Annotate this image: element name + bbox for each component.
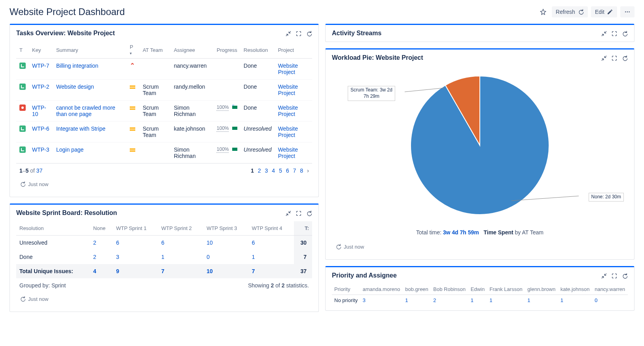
sprint-cell-link[interactable]: 9 bbox=[116, 268, 119, 274]
refresh-small-icon[interactable] bbox=[19, 296, 26, 302]
priority-col[interactable]: Priority bbox=[332, 284, 360, 295]
refresh-small-icon[interactable] bbox=[19, 181, 26, 187]
sprint-col[interactable]: None bbox=[90, 221, 113, 236]
priority-cell-link[interactable]: 0 bbox=[595, 297, 597, 303]
maximize-icon[interactable] bbox=[295, 210, 302, 217]
sprint-col[interactable]: WTP Sprint 4 bbox=[248, 221, 294, 236]
project-link[interactable]: Website Project bbox=[278, 125, 298, 138]
priority-row-label: No priority bbox=[332, 295, 360, 306]
project-link[interactable]: Website Project bbox=[278, 63, 298, 75]
edit-button[interactable]: Edit bbox=[591, 6, 617, 17]
priority-col[interactable]: Frank Larsson bbox=[487, 284, 525, 295]
issue-summary-link[interactable]: Billing integration bbox=[56, 63, 98, 69]
page-number[interactable]: 6 bbox=[286, 167, 289, 174]
refresh-gadget-icon[interactable] bbox=[621, 30, 628, 37]
progress-cell: 100% bbox=[214, 101, 241, 122]
priority-assignee-gadget: Priority and Assignee Priorityamanda.mor… bbox=[325, 266, 635, 311]
page-number[interactable]: 2 bbox=[258, 167, 261, 174]
priority-cell-link[interactable]: 1 bbox=[490, 297, 492, 303]
sprint-col[interactable]: WTP Sprint 2 bbox=[158, 221, 203, 236]
refresh-gadget-icon[interactable] bbox=[306, 210, 312, 217]
page-number[interactable]: 7 bbox=[293, 167, 296, 174]
col-summary[interactable]: Summary bbox=[53, 42, 127, 59]
sprint-cell-link[interactable]: 10 bbox=[206, 240, 213, 246]
maximize-icon[interactable] bbox=[611, 55, 617, 61]
sprint-cell-link[interactable]: 1 bbox=[161, 254, 165, 260]
refresh-small-icon[interactable] bbox=[335, 243, 341, 250]
sprint-cell-link[interactable]: 1 bbox=[252, 254, 255, 260]
star-button[interactable] bbox=[538, 6, 549, 17]
project-link[interactable]: Website Project bbox=[278, 146, 298, 159]
page-number[interactable]: 3 bbox=[265, 167, 268, 174]
col-assignee[interactable]: Assignee bbox=[170, 42, 213, 59]
issue-summary-link[interactable]: Integrate with Stripe bbox=[56, 125, 106, 132]
refresh-gadget-icon[interactable] bbox=[621, 272, 628, 279]
col-progress[interactable]: Progress bbox=[214, 42, 241, 59]
minimize-icon[interactable] bbox=[601, 55, 607, 61]
priority-cell-link[interactable]: 1 bbox=[405, 297, 408, 303]
sprint-col[interactable]: Resolution bbox=[16, 221, 90, 236]
project-link[interactable]: Website Project bbox=[278, 84, 298, 96]
page-number[interactable]: 4 bbox=[272, 167, 275, 174]
col-project[interactable]: Project bbox=[275, 42, 312, 59]
col-priority[interactable]: P ▾ bbox=[127, 42, 140, 59]
more-button[interactable] bbox=[620, 6, 635, 17]
issue-key-link[interactable]: WTP-7 bbox=[32, 63, 49, 69]
pie-chart: Scrum Team: 3w 2d 7h 29m None: 2d 30m bbox=[332, 66, 628, 224]
priority-cell-link[interactable]: 3 bbox=[363, 297, 366, 303]
issue-key-link[interactable]: WTP-2 bbox=[32, 84, 49, 90]
sprint-cell-link[interactable]: 3 bbox=[116, 254, 119, 260]
page-number[interactable]: 5 bbox=[279, 167, 282, 174]
page-number[interactable]: 1 bbox=[251, 167, 254, 174]
priority-cell-link[interactable]: 2 bbox=[433, 297, 436, 303]
sprint-col[interactable]: T: bbox=[294, 221, 312, 236]
minimize-icon[interactable] bbox=[285, 210, 292, 217]
sprint-cell-link[interactable]: 2 bbox=[93, 254, 97, 260]
priority-col[interactable]: Bob Robinson bbox=[431, 284, 468, 295]
sprint-cell-link[interactable]: 0 bbox=[206, 254, 210, 260]
priority-cell-link[interactable]: 1 bbox=[561, 297, 563, 303]
sprint-cell-link[interactable]: 7 bbox=[252, 268, 255, 274]
issue-summary-link[interactable]: Website design bbox=[56, 84, 94, 90]
sprint-cell-link[interactable]: 10 bbox=[206, 268, 213, 274]
project-link[interactable]: Website Project bbox=[278, 105, 298, 117]
col-type[interactable]: T bbox=[16, 42, 29, 59]
sprint-cell-link[interactable]: 6 bbox=[116, 240, 119, 246]
priority-col[interactable]: kate.johnson bbox=[558, 284, 592, 295]
page-number[interactable]: 8 bbox=[300, 167, 303, 174]
maximize-icon[interactable] bbox=[295, 30, 302, 37]
issue-key-link[interactable]: WTP-10 bbox=[32, 105, 46, 117]
sprint-cell-link[interactable]: 6 bbox=[252, 240, 255, 246]
col-team[interactable]: AT Team bbox=[140, 42, 171, 59]
sprint-cell-link[interactable]: 4 bbox=[93, 268, 97, 274]
sprint-cell-link[interactable]: 7 bbox=[161, 268, 165, 274]
priority-col[interactable]: glenn.brown bbox=[525, 284, 558, 295]
priority-col[interactable]: amanda.moreno bbox=[360, 284, 403, 295]
issue-summary-link[interactable]: Login page bbox=[56, 146, 83, 153]
refresh-gadget-icon[interactable] bbox=[621, 55, 628, 61]
pie-label-none: None: 2d 30m bbox=[589, 193, 624, 202]
minimize-icon[interactable] bbox=[601, 30, 607, 37]
sprint-cell-link[interactable]: 6 bbox=[161, 240, 165, 246]
issue-key-link[interactable]: WTP-6 bbox=[32, 125, 49, 132]
sprint-col[interactable]: WTP Sprint 3 bbox=[203, 221, 248, 236]
priority-cell-link[interactable]: 1 bbox=[527, 297, 530, 303]
priority-col[interactable]: nancy.warren bbox=[592, 284, 628, 295]
minimize-icon[interactable] bbox=[601, 272, 607, 279]
priority-col[interactable]: bob.green bbox=[403, 284, 431, 295]
refresh-button[interactable]: Refresh bbox=[552, 6, 588, 17]
issue-summary-link[interactable]: cannot be crawled more than one page bbox=[56, 105, 115, 117]
col-key[interactable]: Key bbox=[29, 42, 53, 59]
priority-cell-link[interactable]: 1 bbox=[471, 297, 474, 303]
priority-col[interactable]: Edwin bbox=[468, 284, 487, 295]
sprint-col[interactable]: WTP Sprint 1 bbox=[113, 221, 158, 236]
col-resolution[interactable]: Resolution bbox=[241, 42, 275, 59]
issue-key-link[interactable]: WTP-3 bbox=[32, 146, 49, 153]
maximize-icon[interactable] bbox=[611, 30, 617, 37]
minimize-icon[interactable] bbox=[285, 30, 292, 37]
pager-total-link[interactable]: 37 bbox=[36, 167, 43, 174]
refresh-gadget-icon[interactable] bbox=[306, 30, 312, 37]
sprint-cell-link[interactable]: 2 bbox=[93, 240, 97, 246]
next-page-icon[interactable]: › bbox=[307, 167, 309, 174]
maximize-icon[interactable] bbox=[611, 272, 617, 279]
